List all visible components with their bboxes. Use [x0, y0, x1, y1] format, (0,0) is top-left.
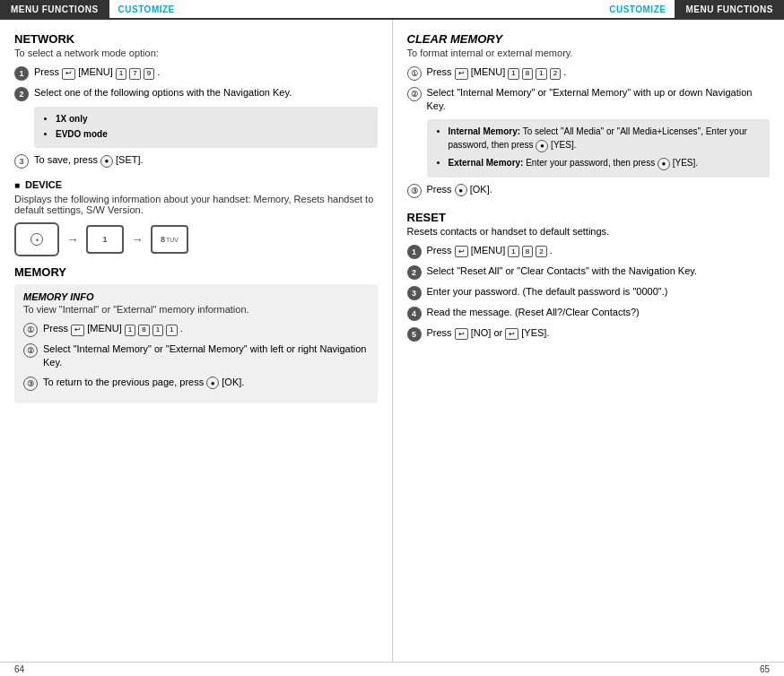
right-menu-functions-tab: MENU FUNCTIONS	[675, 0, 784, 18]
mem-key-1c: 1	[166, 325, 177, 336]
key-7: 7	[129, 68, 140, 80]
reset-step-1: 1 Press ↩ [MENU] 1 8 2 .	[407, 244, 771, 259]
main-content: NETWORK To select a network mode option:…	[0, 20, 784, 662]
mem-key-1b: 1	[152, 325, 163, 336]
reset-step-5-content: Press ↩ [NO] or ↩ [YES].	[427, 326, 771, 341]
step-number-3: 3	[14, 154, 29, 169]
memory-step-2: ② Select "Internal Memory" or "External …	[23, 342, 369, 370]
reset-step-1-content: Press ↩ [MENU] 1 8 2 .	[427, 244, 771, 258]
yes-key: ↩	[505, 328, 518, 340]
mem-step-2-content: Select "Internal Memory" or "External Me…	[43, 342, 369, 370]
yes-nav-key-2: ●	[658, 158, 670, 170]
num-1: 1	[102, 235, 107, 244]
left-menu-functions-tab: MENU FUNCTIONS	[0, 0, 109, 18]
arrow-between-2: →	[131, 232, 144, 247]
clear-key-1: 1	[508, 68, 518, 80]
clear-step-2: ② Select "Internal Memory" or "External …	[407, 86, 771, 114]
reset-step-2: 2 Select "Reset All" or "Clear Contacts"…	[407, 264, 771, 280]
memory-step-1: ① Press ↩ [MENU] 1 8 1 1 .	[23, 322, 369, 337]
key-1: 1	[116, 68, 126, 80]
network-options-box: 1X only EVDO mode	[34, 107, 378, 148]
header-right: CUSTOMIZE MENU FUNCTIONS	[392, 0, 784, 18]
key-9: 9	[144, 68, 154, 80]
mem-menu-key: ↩	[71, 325, 84, 336]
clear-memory-title: CLEAR MEMORY	[407, 32, 771, 46]
reset-menu-key: ↩	[455, 246, 468, 257]
header-left: MENU FUNCTIONS CUSTOMIZE	[0, 0, 392, 18]
right-customize-label: CUSTOMIZE	[600, 4, 675, 14]
nav-arrows: ✦	[35, 237, 39, 243]
reset-step-4-content: Read the message. (Reset All?/Clear Cont…	[427, 306, 771, 319]
nav-circle: ✦	[30, 233, 43, 246]
reset-step-num-5: 5	[407, 327, 422, 342]
network-step-1: 1 Press ↩ [MENU] 1 7 9 .	[14, 65, 378, 81]
clear-key-1b: 1	[536, 68, 546, 80]
memory-info-subtitle: To view "Internal" or "External" memory …	[23, 304, 369, 315]
reset-key-2: 2	[536, 246, 546, 257]
reset-step-num-4: 4	[407, 307, 422, 321]
option-evdo: EVDO mode	[56, 129, 108, 139]
left-customize-label: CUSTOMIZE	[109, 4, 184, 14]
page-right: CLEAR MEMORY To format internal or exter…	[393, 20, 785, 662]
ok-nav-key: ●	[206, 377, 219, 389]
ok-key-clear: ●	[455, 184, 467, 196]
reset-subtitle: Resets contacts or handset to default se…	[407, 226, 771, 237]
clear-key-2: 2	[550, 68, 561, 80]
yes-nav-key-1: ●	[536, 140, 548, 152]
device-desc: Displays the following information about…	[14, 194, 378, 215]
nav-key-set: ●	[100, 155, 113, 168]
mem-key-1: 1	[125, 325, 135, 336]
reset-step-num-3: 3	[407, 286, 422, 300]
reset-step-2-content: Select "Reset All" or "Clear Contacts" w…	[427, 264, 771, 278]
page-num-right: 65	[760, 664, 770, 674]
external-memory-label: External Memory:	[449, 158, 524, 168]
page-left: NETWORK To select a network mode option:…	[0, 20, 393, 662]
reset-key-8: 8	[522, 246, 533, 257]
memory-title: MEMORY	[14, 265, 378, 279]
phone-icon-3: 8 TUV	[151, 225, 188, 254]
network-step-3: 3 To save, press ● [SET].	[14, 153, 378, 169]
reset-step-num-2: 2	[407, 265, 422, 280]
reset-section: RESET Resets contacts or handset to defa…	[407, 211, 771, 342]
clear-step-num-3: ③	[407, 184, 422, 198]
reset-step-num-1: 1	[407, 245, 422, 259]
page-num-left: 64	[14, 664, 24, 674]
reset-key-1: 1	[508, 246, 518, 257]
network-step-2: 2 Select one of the following options wi…	[14, 86, 378, 101]
reset-step-5: 5 Press ↩ [NO] or ↩ [YES].	[407, 326, 771, 342]
phone-icon-2: 1	[86, 225, 124, 254]
mem-step-num-3: ③	[23, 377, 38, 391]
tuv-label: TUV	[166, 237, 179, 243]
mem-step-num-2: ②	[23, 343, 38, 358]
reset-step-4: 4 Read the message. (Reset All?/Clear Co…	[407, 306, 771, 321]
clear-memory-subtitle: To format internal or external memory.	[407, 48, 771, 58]
num-8: 8	[161, 235, 165, 244]
no-key: ↩	[455, 328, 468, 340]
memory-step-3: ③ To return to the previous page, press …	[23, 376, 369, 391]
clear-step-1: ① Press ↩ [MENU] 1 8 1 2 .	[407, 65, 771, 81]
clear-step-3-content: Press ● [OK].	[427, 183, 771, 197]
mem-step-1-content: Press ↩ [MENU] 1 8 1 1 .	[43, 322, 369, 336]
step-number-1: 1	[14, 66, 29, 81]
memory-info-box: MEMORY INFO To view "Internal" or "Exter…	[14, 284, 378, 403]
menu-key-icon: ↩	[62, 68, 75, 80]
clear-step-num-1: ①	[407, 66, 422, 81]
phone-icon-1: ✦	[14, 222, 59, 256]
clear-step-3: ③ Press ● [OK].	[407, 183, 771, 198]
mem-step-num-1: ①	[23, 323, 38, 337]
network-title: NETWORK	[14, 32, 378, 46]
option-1x: 1X only	[56, 114, 88, 124]
clear-options-box: Internal Memory: To select "All Media" o…	[427, 119, 771, 178]
footer-bar: 64 65	[0, 662, 784, 676]
clear-step-num-2: ②	[407, 87, 422, 101]
reset-step-3-content: Enter your password. (The default passwo…	[427, 285, 771, 299]
step-1-content: Press ↩ [MENU] 1 7 9 .	[34, 65, 378, 80]
clear-step-2-content: Select "Internal Memory" or "External Me…	[427, 86, 771, 114]
device-section: DEVICE Displays the following informatio…	[14, 179, 378, 215]
reset-step-3: 3 Enter your password. (The default pass…	[407, 285, 771, 300]
mem-key-8: 8	[138, 325, 149, 336]
header-bar: MENU FUNCTIONS CUSTOMIZE CUSTOMIZE MENU …	[0, 0, 784, 20]
clear-key-8: 8	[522, 68, 533, 80]
reset-title: RESET	[407, 211, 771, 224]
network-subtitle: To select a network mode option:	[14, 48, 378, 58]
